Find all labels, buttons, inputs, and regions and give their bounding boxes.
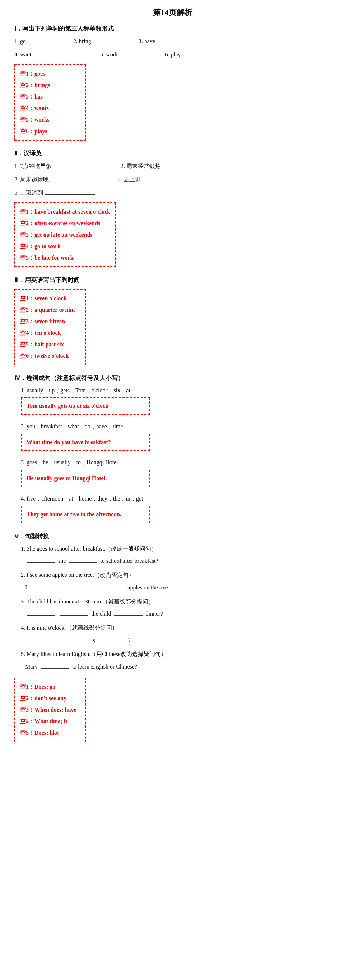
section-I-questions: 1. go 2. bring 3. have xyxy=(14,36,331,47)
q-I-6: 6. play xyxy=(165,49,207,60)
q-V-4: 4. It is nine o'clock.（就画线部分提问） xyxy=(21,622,331,633)
section-III-answers: 空1：seven o'clock 空2：a quarter to nine 空3… xyxy=(14,289,86,365)
answer-I-6: 空6：plays xyxy=(20,126,81,137)
q-II-3: 3. 周末起床晚 xyxy=(14,174,103,185)
q-V-2: 2. I see some apples on the tree.（改为否定句） xyxy=(21,570,331,581)
blank-I-4 xyxy=(34,56,84,56)
blank-V-3-b xyxy=(60,615,88,616)
divider-IV-4 xyxy=(14,527,331,527)
q-IV-3-text: 3. goes，he，usually，to，Hongqi Hotel xyxy=(21,457,331,468)
divider-IV-1 xyxy=(14,418,331,419)
q-IV-4-text: 4. five，afternoon，at，home，they，the，in，ge… xyxy=(21,493,331,504)
section-II-questions-3: 5. 上班迟到 xyxy=(14,187,331,199)
answer-II-3: 空3：get up late on weekends xyxy=(20,229,110,240)
answer-III-1: 空1：seven o'clock xyxy=(20,293,81,304)
answer-IV-2: What time do you have breakfast? xyxy=(21,434,150,451)
section-III-title: Ⅲ．用英语写出下列时间 xyxy=(14,276,331,284)
answer-III-3: 空3：seven fifteen xyxy=(20,316,81,327)
answer-I-2: 空2：brings xyxy=(20,80,81,91)
blank-V-2-b xyxy=(63,589,92,589)
q-II-1: 1. 7点钟吃早饭 xyxy=(14,161,106,172)
section-V-answers: 空1：Does; go 空2：don't see any 空3：When doe… xyxy=(14,678,86,742)
section-I-title: Ⅰ．写出下列单词的第三人称单数形式 xyxy=(14,24,331,33)
section-V: Ⅴ．句型转换 1. She goes to school after break… xyxy=(14,532,331,746)
q-V-5-blanks: Mary to learn English or Chinese? xyxy=(25,661,331,673)
section-III: Ⅲ．用英语写出下列时间 空1：seven o'clock 空2：a quarte… xyxy=(14,276,331,369)
q-IV-2-text: 2. you，breakfast，what，do，have，time xyxy=(21,421,331,432)
section-I-answers: 空1：goes 空2：brings 空3：has 空4：wants 空5：wor… xyxy=(14,64,86,141)
answer-V-2: 空2：don't see any xyxy=(20,693,81,704)
blank-V-3-c xyxy=(114,615,143,616)
blank-V-2-c xyxy=(96,589,125,589)
blank-I-1 xyxy=(29,43,57,43)
blank-I-5 xyxy=(120,56,149,56)
blank-II-4 xyxy=(142,181,192,181)
answer-II-5: 空5：be late for work xyxy=(20,252,110,264)
blank-I-3 xyxy=(158,43,179,43)
blank-V-1-a xyxy=(27,562,55,563)
q-V-1: 1. She goes to school after breakfast.（改… xyxy=(21,543,331,554)
blank-I-2 xyxy=(94,43,123,43)
answer-I-5: 空5：works xyxy=(20,114,81,126)
underline-V-4: nine o'clock xyxy=(36,625,64,631)
q-II-2: 2. 周末经常锻炼 xyxy=(120,161,185,172)
section-I-questions-2: 4. want 5. work 6. play xyxy=(14,49,331,60)
section-V-title: Ⅴ．句型转换 xyxy=(14,532,331,541)
answer-IV-3: He usually goes to Hongqi Hotel. xyxy=(21,470,150,487)
answer-II-2: 空2：often exercise on weekends xyxy=(20,218,110,229)
section-IV: Ⅳ．连词成句（注意标点符号及大小写） 1. usually，up，gets，To… xyxy=(14,374,331,527)
section-II: Ⅱ．汉译英 1. 7点钟吃早饭 2. 周末经常锻炼 3. 周末起床晚 4. 去上… xyxy=(14,149,331,271)
q-V-2-blanks: I apples on the tree. xyxy=(25,582,331,593)
answer-III-5: 空5：half past six xyxy=(20,339,81,350)
answer-IV-4: They get home at five in the afternoon. xyxy=(21,506,150,523)
section-II-title: Ⅱ．汉译英 xyxy=(14,149,331,158)
answer-III-4: 空4：ten o'clock xyxy=(20,327,81,339)
section-II-questions-2: 3. 周末起床晚 4. 去上班 xyxy=(14,174,331,185)
answer-III-6: 空6：twelve o'clock xyxy=(20,350,81,362)
section-II-questions-1: 1. 7点钟吃早饭 2. 周末经常锻炼 xyxy=(14,161,331,172)
blank-II-3 xyxy=(52,181,102,181)
q-I-3: 3. have xyxy=(139,36,181,47)
answer-V-1: 空1：Does; go xyxy=(20,681,81,693)
section-I: Ⅰ．写出下列单词的第三人称单数形式 1. go 2. bring 3. have… xyxy=(14,24,331,144)
answer-II-4: 空4：go to work xyxy=(20,240,110,252)
answer-V-5: 空5：Does; like xyxy=(20,727,81,739)
answer-IV-1: Tom usually gets up at six o'clock. xyxy=(21,398,150,415)
divider-IV-2 xyxy=(14,455,331,455)
q-V-3: 3. The child has dinner at 6:30 p.m.（就画线… xyxy=(21,596,331,607)
answer-I-4: 空4：wants xyxy=(20,102,81,114)
answer-V-3: 空3：When does; have xyxy=(20,704,81,716)
answer-V-4: 空4：What time; it xyxy=(20,716,81,727)
blank-V-3-a xyxy=(27,615,55,616)
blank-I-6 xyxy=(184,56,205,56)
blank-V-4-c xyxy=(98,641,127,642)
q-V-3-blanks: the child dinner? xyxy=(25,608,331,620)
divider-IV-3 xyxy=(14,491,331,491)
page-title: 第14页解析 xyxy=(14,7,331,18)
blank-V-4-a xyxy=(27,641,55,642)
q-I-2: 2. bring xyxy=(73,36,124,47)
q-I-1: 1. go xyxy=(14,36,59,47)
q-II-5: 5. 上班迟到 xyxy=(14,187,96,199)
answer-II-1: 空1：have breakfast at seven o'clock xyxy=(20,206,110,218)
section-IV-title: Ⅳ．连词成句（注意标点符号及大小写） xyxy=(14,374,331,382)
section-II-answers: 空1：have breakfast at seven o'clock 空2：of… xyxy=(14,202,116,267)
q-IV-1-text: 1. usually，up，gets，Tom，o'clock，six，at xyxy=(21,385,331,396)
answer-I-1: 空1：goes xyxy=(20,68,81,80)
blank-V-1-b xyxy=(68,562,97,563)
blank-V-2-a xyxy=(30,589,59,589)
blank-II-5 xyxy=(44,194,95,194)
blank-V-4-b xyxy=(60,641,88,642)
blank-V-5-a xyxy=(41,668,69,668)
q-V-1-blanks: she to school after breakfast? xyxy=(25,555,331,567)
q-II-4: 4. 去上班 xyxy=(118,174,194,185)
q-V-5: 5. Mary likes to learn English.（用Chinese… xyxy=(21,649,331,660)
q-V-4-blanks: is ? xyxy=(25,635,331,646)
q-I-4: 4. want xyxy=(14,49,86,60)
underline-V-3: 6:30 p.m. xyxy=(81,598,102,605)
q-I-5: 5. work xyxy=(100,49,151,60)
answer-III-2: 空2：a quarter to nine xyxy=(20,304,81,316)
answer-I-3: 空3：has xyxy=(20,91,81,102)
